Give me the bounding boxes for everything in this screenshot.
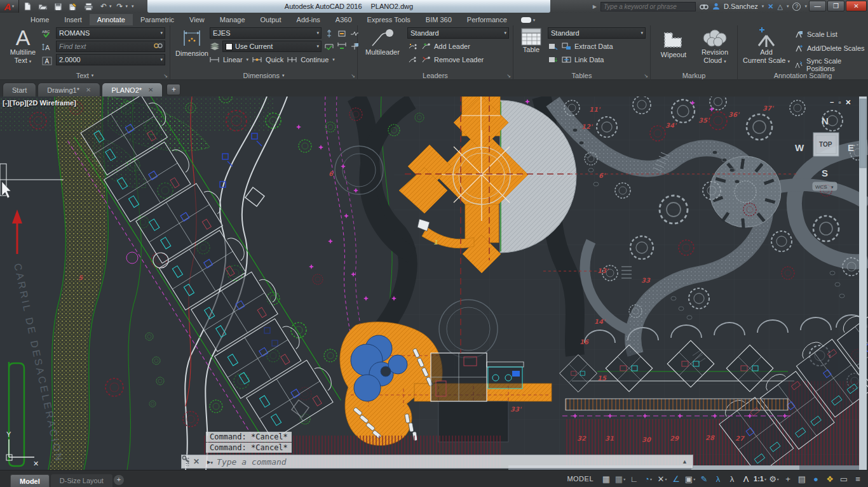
multiline-text-dropdown-icon[interactable]: ▾ [29,59,32,63]
command-expand-icon[interactable]: ▲ [682,458,688,465]
search-exchange-icon[interactable] [700,3,709,10]
close-button[interactable]: ✕ [846,1,867,11]
link-data-button[interactable]: Link Data [574,56,604,63]
command-line[interactable]: ✕ ▸▾ Type a command ▲ [181,455,693,469]
help-dropdown-icon[interactable]: ▾ [804,4,807,9]
table-download-icon[interactable] [548,55,558,65]
viewport-controls[interactable]: [-][Top][2D Wireframe] [3,99,76,107]
add-delete-scales-button[interactable]: Add/Delete Scales [807,44,865,52]
ribbon-tab-performance[interactable]: Performance [459,14,515,25]
quick-dimension-button[interactable]: Quick [266,56,283,63]
table-cell-icon[interactable] [548,41,558,51]
minimize-button[interactable]: — [809,1,826,11]
panel-footer-annotation-scaling[interactable]: Annotation Scaling [738,71,868,80]
media-icon[interactable] [521,17,531,23]
user-dropdown-icon[interactable]: ▾ [762,4,764,9]
remove-leader-button[interactable]: Remove Leader [434,56,484,63]
customization-icon[interactable]: ≡ [851,472,864,485]
file-tab-close-icon[interactable]: ✕ [148,86,153,93]
find-text-icon[interactable] [154,43,163,51]
mleader-style-combo[interactable]: Standard▾ [407,27,509,39]
dim-style-combo[interactable]: EJES▾ [210,27,322,39]
viewport-restore-icon[interactable]: ▫ [838,98,841,107]
ribbon-tab-home[interactable]: Home [23,14,57,25]
save-as-icon[interactable] [66,1,80,12]
continue-button[interactable]: Continue [301,56,329,63]
ribbon-tab-express-tools[interactable]: Express Tools [360,14,418,25]
multileader-button[interactable]: Multileader [363,28,402,57]
restore-button[interactable]: ❐ [827,1,844,11]
model-tab[interactable]: Model [10,474,50,487]
user-avatar-icon[interactable] [712,3,720,10]
ortho-mode-icon[interactable]: ∟ [628,472,641,485]
undo-icon[interactable]: ↶ [97,1,111,12]
add-current-scale-button[interactable]: Add Current Scale ▾ [742,27,791,65]
a360-icon[interactable]: △ [778,3,783,11]
revision-cloud-dropdown-icon[interactable]: ▾ [724,59,726,63]
lineweight-icon[interactable]: ✎ [698,472,710,485]
dim-layer-combo[interactable]: Use Current▾ [222,41,322,52]
text-dialog-launcher-icon[interactable]: ↘ [163,73,168,79]
text-style-icon[interactable]: A [42,56,52,66]
plot-icon[interactable] [81,1,95,12]
snap-mode-icon[interactable]: ▦▾ [614,472,627,485]
ribbon-tab-output[interactable]: Output [253,14,289,25]
text-style-combo[interactable]: ROMANS▾ [56,27,165,39]
text-align-icon[interactable]: A [42,42,52,52]
media-dropdown-icon[interactable]: ▾ [533,18,536,23]
isometric-drafting-icon[interactable]: ✕▾ [656,472,668,485]
file-tab-plano2[interactable]: PLANO2*✕ [102,83,163,97]
wipeout-button[interactable]: Wipeout [656,28,691,59]
dim-layer-icon[interactable] [210,41,220,51]
panel-footer-tables[interactable]: Tables ↘ [513,71,650,80]
sync-scale-positions-button[interactable]: Sync Scale Positions [806,57,868,72]
ribbon-tab-add-ins[interactable]: Add-ins [289,14,328,25]
ribbon-tab-a360[interactable]: A360 [328,14,360,25]
multiline-text-button[interactable]: A Multiline Text ▾ [6,27,39,65]
ribbon-tab-bim-360[interactable]: BIM 360 [418,14,459,25]
graphics-performance-icon[interactable]: ● [810,472,822,485]
dim-adjust-space-icon[interactable] [337,29,347,39]
ribbon-tab-annotate[interactable]: Annotate [90,14,133,25]
extract-data-button[interactable]: Extract Data [574,43,613,50]
file-tab-start[interactable]: Start [3,83,36,97]
open-icon[interactable] [36,1,50,12]
search-collapse-icon[interactable]: ▶ [593,4,597,10]
command-input[interactable]: Type a command [217,457,678,467]
layout-tab-dsize[interactable]: D-Size Layout [51,474,112,487]
redo-icon[interactable]: ↷ [113,1,127,12]
ribbon-tab-manage[interactable]: Manage [212,14,253,25]
ribbon-tab-parametric[interactable]: Parametric [133,14,182,25]
viewport-close-icon[interactable]: ✕ [845,98,851,107]
isolate-objects-icon[interactable]: ❖ [824,472,836,485]
autoscale-icon[interactable]: λ [726,472,738,485]
autodesk-exchange-icon[interactable]: ✕ [768,3,773,11]
object-snap-icon[interactable]: ▣▾ [684,472,696,485]
quick-properties-icon[interactable]: ▤ [796,472,808,485]
table-style-combo[interactable]: Standard▾ [548,27,646,39]
command-close-icon[interactable]: ✕ [193,457,200,466]
polar-tracking-icon[interactable]: ◔▾ [642,472,654,485]
viewport-minimize-icon[interactable]: − [830,98,834,107]
new-layout-button[interactable]: + [114,475,124,485]
search-input[interactable] [600,2,696,11]
qnew-icon[interactable] [20,1,34,12]
panel-footer-markup[interactable]: Markup [651,71,737,80]
save-icon[interactable] [51,1,65,12]
dim-break-icon[interactable] [324,29,334,39]
revision-cloud-button[interactable]: Revision Cloud ▾ [695,28,735,65]
find-text-input[interactable]: Find text [56,41,165,52]
spell-check-icon[interactable]: ABC [42,28,52,38]
dim-inspect-icon[interactable] [324,41,334,51]
vertical-scrollbar-thumb[interactable] [860,99,866,168]
file-tab-drawing1[interactable]: Drawing1*✕ [37,83,100,97]
linear-dropdown-icon[interactable]: ▾ [247,57,249,62]
a360-dropdown-icon[interactable]: ▾ [787,4,789,9]
autocad-logo-button[interactable]: A ▾ [0,0,19,13]
annotation-monitor-icon[interactable]: + [782,472,794,485]
clean-screen-icon[interactable]: ▭ [837,472,850,485]
drawing-canvas[interactable]: CARRIL DE DESACELERACION Y ✕ N W E S TOP… [0,97,868,470]
annotation-visibility-icon[interactable]: λ [712,472,724,485]
add-leader-button[interactable]: Add Leader [434,43,470,50]
horizontal-scrollbar-thumb[interactable] [691,465,799,470]
